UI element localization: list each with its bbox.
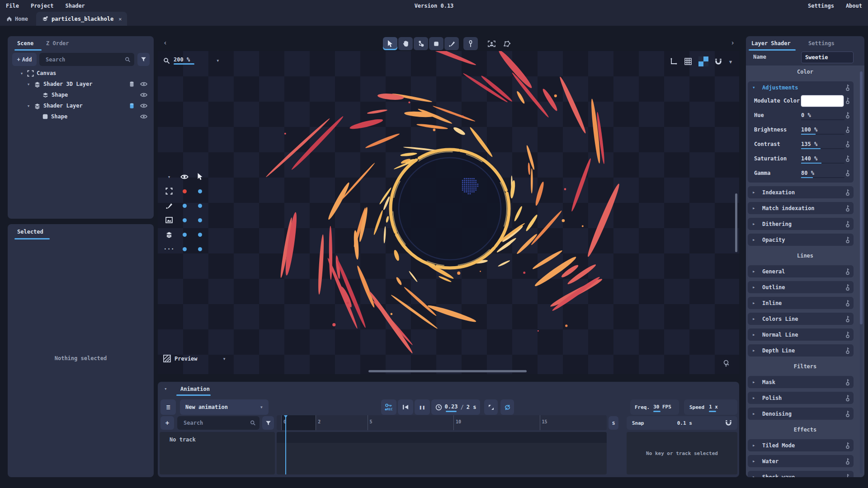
tab-layer-shader[interactable]: Layer Shader xyxy=(751,40,791,47)
adjustment-slider[interactable]: 140 % xyxy=(801,151,844,166)
vertical-scrollbar[interactable] xyxy=(735,193,737,252)
tree-row-shader-layer[interactable]: ▾ Shader Layer xyxy=(8,100,154,111)
shader-section-row[interactable]: ▸ Depth Line xyxy=(748,344,854,357)
scene-search[interactable] xyxy=(39,53,134,66)
pin-tool-button[interactable] xyxy=(463,37,478,50)
keyframe-icon[interactable] xyxy=(845,410,850,418)
auto-key-record-button[interactable]: ●REC xyxy=(381,399,396,415)
tree-row-shape-1[interactable]: Shape xyxy=(8,89,154,100)
paint-bucket-icon-active[interactable] xyxy=(129,103,135,109)
pickable-toggle[interactable] xyxy=(192,242,208,256)
keyframe-icon[interactable] xyxy=(845,236,850,244)
tab-active[interactable]: particles_blackhole ✕ xyxy=(36,12,127,26)
keyframe-icon[interactable] xyxy=(845,84,850,91)
keyframe-icon[interactable] xyxy=(845,205,850,212)
tree-row-shader-3d-layer[interactable]: ▾ Shader 3D Layer xyxy=(8,79,154,89)
track-search-input[interactable] xyxy=(183,419,250,427)
shader-section-row[interactable]: ▸ Dithering xyxy=(748,218,854,230)
zoom-control[interactable]: 200 % ▾ xyxy=(163,56,219,65)
preview-mode-control[interactable]: Preview ▾ xyxy=(163,355,226,362)
visibility-toggle[interactable] xyxy=(177,227,192,242)
adjustments-header[interactable]: ▾ Adjustments xyxy=(748,81,854,94)
keyframe-icon[interactable] xyxy=(845,331,850,338)
collapse-right-icon[interactable]: › xyxy=(731,39,735,47)
pan-tool-button[interactable] xyxy=(398,37,413,50)
track-timeline-area[interactable] xyxy=(277,432,607,474)
visibility-toggle[interactable] xyxy=(177,242,192,256)
keyframe-icon[interactable] xyxy=(845,155,850,162)
keyframe-icon[interactable] xyxy=(845,284,850,291)
shader-section-row[interactable]: ▸ Polish xyxy=(748,392,854,404)
snap-magnet-icon[interactable] xyxy=(725,420,732,426)
eye-icon[interactable] xyxy=(140,81,147,87)
keyframe-icon[interactable] xyxy=(845,315,850,323)
zoom-value[interactable]: 200 % xyxy=(174,56,190,65)
playhead-flag[interactable] xyxy=(284,415,288,418)
close-tab-icon[interactable]: ✕ xyxy=(118,16,122,22)
shader-section-row[interactable]: ▸ Water xyxy=(748,455,854,467)
timeline-ruler[interactable]: 0251015 xyxy=(277,415,607,430)
transparency-checker-icon[interactable] xyxy=(698,56,708,66)
shader-section-row[interactable]: ▸ General xyxy=(748,265,854,277)
slider-track[interactable] xyxy=(801,163,844,164)
panel-scrollbar-thumb[interactable] xyxy=(860,71,863,324)
node-tool-button[interactable] xyxy=(414,37,428,50)
keyframe-icon[interactable] xyxy=(845,394,850,402)
shader-section-row[interactable]: ▸ Normal Line xyxy=(748,328,854,341)
loop-button[interactable] xyxy=(500,399,514,415)
snap-control[interactable]: Snap 0.1 s xyxy=(627,416,737,430)
keyframe-icon[interactable] xyxy=(845,221,850,228)
pickable-toggle[interactable] xyxy=(192,213,208,227)
animation-menu-button[interactable]: ≡ xyxy=(160,399,176,415)
quick-panel-collapse[interactable]: ▾ xyxy=(161,169,177,184)
keyframe-icon[interactable] xyxy=(845,347,850,354)
panel-collapse-icon[interactable]: ▾ xyxy=(164,386,167,392)
add-track-button[interactable]: + xyxy=(160,416,174,430)
playhead-line[interactable] xyxy=(285,415,286,474)
collapse-left-icon[interactable]: ‹ xyxy=(163,39,167,47)
eye-icon[interactable] xyxy=(140,114,147,119)
menu-about[interactable]: About xyxy=(840,3,868,9)
track-filter-button[interactable] xyxy=(262,416,274,430)
track-search[interactable] xyxy=(177,416,259,430)
track-list[interactable]: No track xyxy=(160,432,275,474)
keyframe-icon[interactable] xyxy=(845,141,850,148)
grid-icon[interactable] xyxy=(684,57,692,66)
scene-search-input[interactable] xyxy=(45,56,125,63)
shader-section-row[interactable]: ▸ Opacity xyxy=(748,234,854,246)
shader-section-row[interactable]: ▸ Tiled Mode xyxy=(748,439,854,451)
keyframe-icon[interactable] xyxy=(845,379,850,386)
tab-z-order[interactable]: Z Order xyxy=(46,40,69,47)
keyframe-icon[interactable] xyxy=(845,97,850,104)
horizontal-scrollbar[interactable] xyxy=(368,370,527,372)
frequency-control[interactable]: Freq. 30 FPS xyxy=(630,399,679,415)
adjustment-slider[interactable]: 80 % xyxy=(801,166,844,180)
adjustment-slider[interactable]: 0 % xyxy=(801,108,844,122)
keyframe-icon[interactable] xyxy=(845,442,850,449)
name-field[interactable]: Sweetie xyxy=(801,52,854,63)
menu-settings[interactable]: Settings xyxy=(802,3,840,9)
keyframe-icon[interactable] xyxy=(845,458,850,465)
animation-selector[interactable]: New animation ▾ xyxy=(180,399,269,415)
skip-to-start-button[interactable] xyxy=(398,399,413,415)
current-time-value[interactable]: 0.23 xyxy=(445,404,458,411)
modulate-color-swatch[interactable] xyxy=(801,95,844,107)
pickable-toggle[interactable] xyxy=(192,184,208,198)
add-button[interactable]: +Add xyxy=(12,53,37,66)
tab-settings[interactable]: Settings xyxy=(808,40,835,47)
shader-section-row[interactable]: ▸ Denoising xyxy=(748,408,854,420)
brush-tool-button[interactable] xyxy=(444,37,459,50)
shader-section-row[interactable]: ▸ Mask xyxy=(748,376,854,388)
preview-dropdown-icon[interactable]: ▾ xyxy=(223,356,226,362)
tab-home[interactable]: Home xyxy=(0,12,34,26)
speed-value[interactable]: 1 x xyxy=(709,404,718,411)
visibility-toggle[interactable] xyxy=(177,184,192,198)
keyframe-icon[interactable] xyxy=(845,268,850,275)
snap-magnet-icon[interactable] xyxy=(715,58,722,65)
keyframe-icon[interactable] xyxy=(845,169,850,177)
caret-down-icon[interactable]: ▾ xyxy=(19,70,24,76)
select-tool-button[interactable] xyxy=(383,37,397,50)
fit-timeline-button[interactable] xyxy=(484,399,498,415)
pickable-toggle[interactable] xyxy=(192,198,208,213)
keyframe-icon[interactable] xyxy=(845,126,850,133)
